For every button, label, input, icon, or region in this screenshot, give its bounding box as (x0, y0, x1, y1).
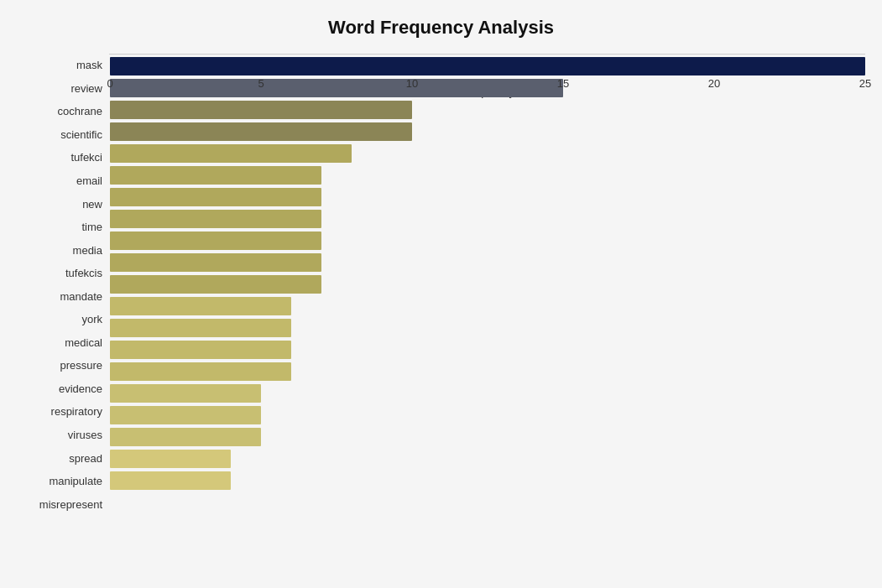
bar (110, 319, 291, 337)
chart-container: Word Frequency Analysis maskreviewcochra… (0, 0, 882, 588)
y-axis-label: new (82, 192, 102, 216)
y-axis-label: email (76, 169, 102, 193)
y-axis-label: medical (65, 331, 102, 355)
bar-row (110, 164, 865, 186)
y-axis-label: cochrane (58, 100, 102, 123)
bar-row (110, 448, 865, 470)
bar (110, 57, 865, 75)
bar (110, 450, 231, 468)
bar (110, 384, 261, 403)
bar-row (110, 186, 865, 208)
bar (110, 232, 321, 250)
y-axis-label: viruses (68, 424, 102, 447)
bar-row (110, 99, 865, 121)
x-axis-label: 15 (546, 77, 580, 90)
y-axis-label: tufekcis (65, 262, 102, 285)
x-axis-label: 25 (848, 77, 882, 90)
x-axis-label: 5 (244, 77, 278, 90)
bar (110, 471, 231, 490)
bars-wrapper (110, 54, 865, 57)
y-axis-label: york (81, 308, 102, 331)
bar (110, 253, 321, 272)
y-axis-label: spread (69, 446, 102, 470)
bar-row (110, 339, 865, 361)
y-axis-label: pressure (60, 354, 102, 377)
bar (110, 341, 291, 359)
x-axis-label: 10 (395, 77, 429, 90)
bar-row (110, 143, 865, 164)
y-axis-label: scientific (60, 123, 102, 147)
bar-row (110, 273, 865, 295)
bar (110, 144, 352, 163)
bar (110, 428, 261, 446)
y-axis-label: evidence (59, 377, 102, 401)
y-axis-label: respiratory (51, 400, 102, 424)
bar-row (110, 361, 865, 382)
bar-row (110, 230, 865, 252)
bar-row (110, 382, 865, 404)
bar-row (110, 470, 865, 492)
chart-title: Word Frequency Analysis (17, 8, 865, 54)
y-axis-label: media (73, 238, 102, 262)
bar (110, 188, 321, 206)
chart-area: maskreviewcochranescientifictufekciemail… (17, 54, 865, 516)
bar (110, 122, 412, 141)
x-axis-label: 0 (93, 77, 127, 90)
x-axis-label: 20 (697, 77, 731, 90)
bar (110, 210, 321, 228)
bar (110, 101, 412, 119)
y-axis-label: manipulate (49, 470, 102, 493)
y-axis-label: mask (76, 54, 102, 77)
bar (110, 362, 291, 381)
y-axis-label: time (81, 216, 102, 239)
bar-row (110, 252, 865, 273)
y-axis-label: tufekci (70, 146, 102, 169)
bar-row (110, 426, 865, 448)
bar-row (110, 295, 865, 317)
bar (110, 406, 261, 424)
y-axis-label: misrepresent (39, 492, 102, 516)
bar-row (110, 77, 865, 99)
bar-row (110, 404, 865, 426)
bar-row (110, 208, 865, 230)
bar (110, 79, 563, 97)
bars-and-grid: 0510152025 (109, 54, 865, 55)
bar (110, 166, 321, 185)
bar-row (110, 317, 865, 339)
bar (110, 275, 321, 294)
bar (110, 297, 291, 315)
bar-row (110, 55, 865, 77)
y-axis-label: mandate (60, 284, 102, 308)
bar-row (110, 121, 865, 143)
y-axis: maskreviewcochranescientifictufekciemail… (17, 54, 109, 516)
plot-area: 0510152025 Frequency (109, 54, 865, 516)
